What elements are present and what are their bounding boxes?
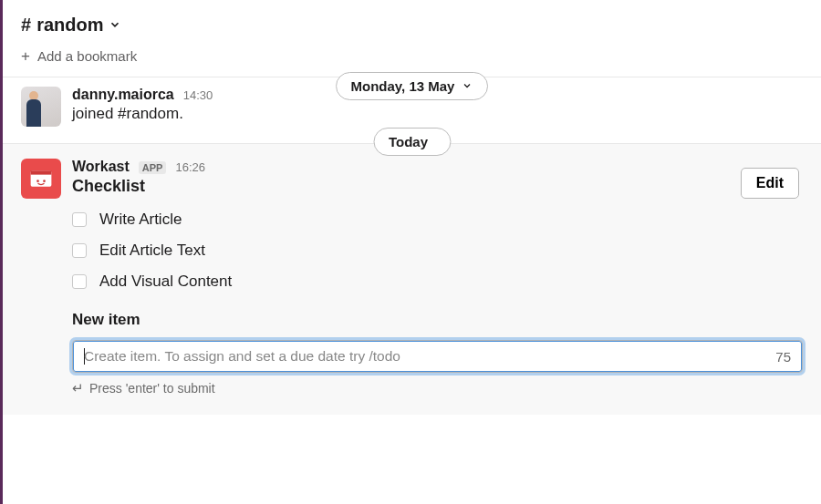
- app-badge: APP: [139, 161, 167, 174]
- avatar[interactable]: [21, 87, 61, 127]
- checklist-item-label: Write Article: [99, 211, 182, 229]
- add-bookmark-label: Add a bookmark: [37, 48, 137, 64]
- message-content: Workast APP 16:26 Checklist Write Articl…: [72, 159, 803, 396]
- chevron-down-icon: [109, 15, 121, 36]
- checklist-item-label: Add Visual Content: [99, 273, 232, 291]
- sender-name[interactable]: danny.maiorca: [72, 87, 174, 103]
- svg-point-2: [36, 180, 39, 182]
- chevron-down-icon: [462, 78, 473, 94]
- edit-button[interactable]: Edit: [741, 168, 799, 199]
- message-text: joined #random.: [72, 105, 803, 123]
- checkbox[interactable]: [72, 212, 87, 227]
- new-item-input[interactable]: [84, 348, 768, 365]
- timestamp[interactable]: 14:30: [183, 88, 213, 102]
- add-bookmark-button[interactable]: + Add a bookmark: [21, 48, 137, 64]
- svg-point-3: [43, 180, 46, 182]
- new-item-input-wrap[interactable]: 75: [72, 340, 803, 373]
- hint-row: ↵ Press 'enter' to submit: [72, 380, 803, 396]
- char-count: 75: [768, 349, 791, 365]
- channel-title[interactable]: # random: [21, 15, 121, 36]
- sender-name[interactable]: Workast: [72, 159, 130, 175]
- checkbox[interactable]: [72, 243, 87, 258]
- checkbox[interactable]: [72, 274, 87, 289]
- plus-icon: +: [21, 48, 30, 64]
- hash-icon: #: [21, 15, 31, 36]
- date-divider-pill[interactable]: Monday, 13 May: [336, 72, 489, 100]
- checklist-item: Add Visual Content: [72, 273, 803, 291]
- channel-header: # random: [3, 0, 821, 45]
- new-item-section: New item 75 ↵ Press 'enter' to submit: [72, 311, 803, 396]
- hint-text: Press 'enter' to submit: [89, 381, 215, 396]
- svg-rect-1: [31, 170, 52, 174]
- checklist-item: Edit Article Text: [72, 242, 803, 260]
- timestamp[interactable]: 16:26: [175, 160, 205, 174]
- workast-message-block: Edit Workast APP 16:26 Checklist Write A…: [3, 144, 821, 415]
- avatar[interactable]: [21, 159, 61, 199]
- channel-name: random: [36, 15, 103, 36]
- enter-key-icon: ↵: [72, 380, 84, 396]
- message-header: Workast APP 16:26: [72, 159, 803, 175]
- message-row: Workast APP 16:26 Checklist Write Articl…: [3, 153, 821, 415]
- date-label: Today: [389, 134, 428, 149]
- checklist-item: Write Article: [72, 211, 803, 229]
- checklist-item-label: Edit Article Text: [99, 242, 205, 260]
- new-item-label: New item: [72, 311, 803, 329]
- checklist-items: Write Article Edit Article Text Add Visu…: [72, 211, 803, 291]
- date-label: Monday, 13 May: [351, 78, 455, 94]
- checklist-title: Checklist: [72, 177, 803, 196]
- workast-app-icon: [28, 166, 54, 191]
- date-divider-pill[interactable]: Today: [373, 128, 451, 156]
